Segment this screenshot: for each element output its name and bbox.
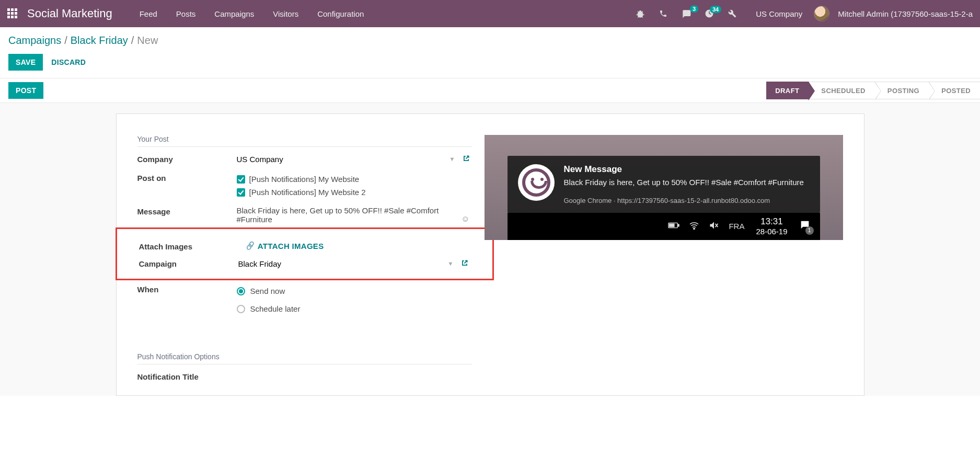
app-title[interactable]: Social Marketing — [27, 7, 112, 20]
breadcrumb-current: New — [137, 35, 158, 47]
bug-icon[interactable] — [630, 9, 650, 18]
action-row: SAVE DISCARD — [0, 49, 980, 78]
label-campaign: Campaign — [139, 258, 238, 268]
post-button[interactable]: POST — [8, 82, 43, 99]
notification-source: Google Chrome · https://17397560-saas-15… — [564, 197, 804, 204]
when-send-now[interactable]: Send now — [237, 284, 472, 302]
svg-point-3 — [694, 228, 695, 229]
nav-items: Feed Posts Campaigns Visitors Configurat… — [130, 9, 374, 18]
svg-rect-5 — [802, 224, 805, 225]
notification-body: Black Friday is here, Get up to 50% OFF!… — [564, 177, 804, 188]
emoji-icon[interactable]: ☺ — [461, 214, 469, 224]
preview-column: New Message Black Friday is here, Get up… — [485, 135, 843, 240]
label-message: Message — [137, 206, 237, 216]
tray-clock: 13:31 28-06-19 — [756, 216, 787, 236]
breadcrumb: Campaigns / Black Friday / New — [8, 35, 972, 47]
radio-checked-icon[interactable] — [237, 287, 245, 295]
save-button[interactable]: SAVE — [8, 54, 43, 71]
checkbox-checked-icon[interactable] — [237, 188, 245, 197]
notification-icon — [518, 164, 555, 201]
tray-notification-icon — [799, 219, 811, 234]
caret-down-icon[interactable]: ▼ — [449, 156, 455, 162]
phone-icon[interactable] — [653, 9, 673, 18]
status-bar: DRAFT SCHEDULED POSTING POSTED — [766, 82, 980, 99]
label-notification-title: Notification Title — [137, 371, 237, 381]
label-attach-images: Attach Images — [139, 241, 238, 251]
top-navbar: Social Marketing Feed Posts Campaigns Vi… — [0, 0, 980, 27]
state-posting[interactable]: POSTING — [875, 82, 929, 99]
state-draft[interactable]: DRAFT — [766, 82, 809, 99]
messages-badge: 3 — [690, 5, 698, 13]
label-when: When — [137, 284, 237, 294]
attach-images-button[interactable]: 🔗 ATTACH IMAGES — [238, 242, 324, 250]
section-your-post: Your Post — [137, 135, 472, 147]
nav-item-visitors[interactable]: Visitors — [263, 9, 308, 18]
taskbar-tray: FRA 13:31 28-06-19 — [508, 213, 820, 240]
activities-badge: 34 — [710, 6, 721, 13]
nav-item-configuration[interactable]: Configuration — [308, 9, 373, 18]
volume-mute-icon — [709, 221, 719, 232]
content-area: Your Post Company ▼ Post on [Push Notifi… — [0, 103, 980, 396]
svg-rect-4 — [802, 223, 807, 223]
radio-icon[interactable] — [237, 305, 245, 313]
company-selector[interactable]: US Company — [756, 9, 802, 18]
state-scheduled[interactable]: SCHEDULED — [809, 82, 875, 99]
tools-icon[interactable] — [722, 9, 742, 18]
svg-rect-2 — [670, 224, 674, 227]
nav-item-posts[interactable]: Posts — [167, 9, 205, 18]
notification-preview: New Message Black Friday is here, Get up… — [485, 135, 843, 240]
apps-menu-icon[interactable] — [7, 8, 18, 19]
wifi-icon — [689, 221, 699, 232]
checkbox-checked-icon[interactable] — [237, 175, 245, 184]
avatar[interactable] — [814, 6, 829, 21]
highlight-box: Attach Images 🔗 ATTACH IMAGES Campaign ▼ — [116, 227, 494, 280]
svg-rect-1 — [678, 224, 679, 226]
breadcrumb-black-friday[interactable]: Black Friday — [71, 35, 128, 47]
label-post-on: Post on — [137, 173, 237, 182]
form-column: Your Post Company ▼ Post on [Push Notifi… — [137, 135, 472, 385]
post-on-option-0[interactable]: [Push Notifications] My Website — [237, 173, 472, 186]
messages-icon[interactable]: 3 — [676, 8, 696, 19]
caret-down-icon[interactable]: ▼ — [448, 260, 454, 267]
notification-title: New Message — [564, 164, 804, 175]
breadcrumb-wrap: Campaigns / Black Friday / New — [0, 27, 980, 49]
label-company: Company — [137, 154, 237, 164]
form-sheet: Your Post Company ▼ Post on [Push Notifi… — [116, 113, 864, 396]
battery-icon — [668, 222, 679, 231]
message-field[interactable]: Black Friday is here, Get up to 50% OFF!… — [237, 206, 439, 224]
user-menu[interactable]: Mitchell Admin (17397560-saas-15-2-a — [838, 9, 973, 18]
state-posted[interactable]: POSTED — [929, 82, 980, 99]
when-schedule-later[interactable]: Schedule later — [237, 302, 472, 319]
paperclip-icon: 🔗 — [245, 241, 255, 251]
nav-item-feed[interactable]: Feed — [130, 9, 167, 18]
status-row: POST DRAFT SCHEDULED POSTING POSTED — [0, 78, 980, 103]
company-field[interactable] — [237, 154, 472, 165]
discard-button[interactable]: DISCARD — [51, 58, 86, 66]
breadcrumb-campaigns[interactable]: Campaigns — [8, 35, 61, 47]
activities-icon[interactable]: 34 — [699, 9, 719, 18]
section-push-options: Push Notification Options — [137, 352, 472, 364]
external-link-icon[interactable] — [463, 155, 470, 164]
external-link-icon[interactable] — [461, 259, 468, 268]
campaign-field[interactable] — [238, 258, 470, 270]
post-on-option-1[interactable]: [Push Notifications] My Website 2 — [237, 186, 472, 199]
nav-item-campaigns[interactable]: Campaigns — [205, 9, 263, 18]
tray-language: FRA — [729, 222, 744, 231]
